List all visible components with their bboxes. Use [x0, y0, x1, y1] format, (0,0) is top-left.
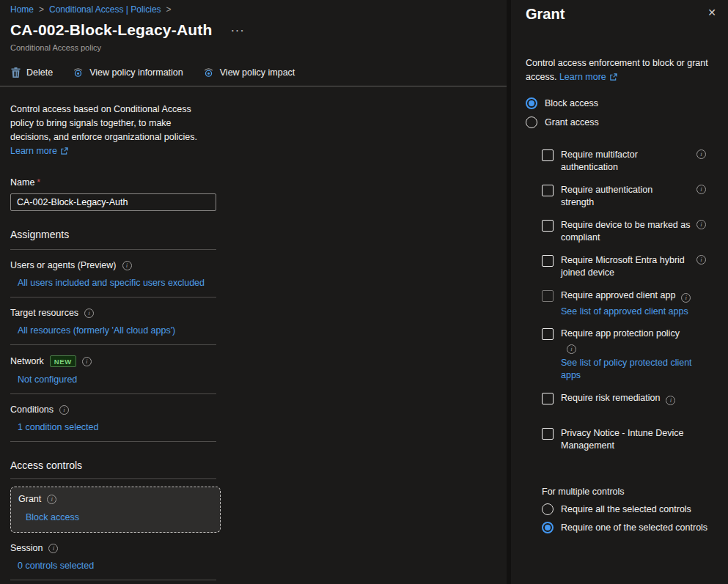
divider — [10, 441, 216, 442]
trash-icon — [10, 67, 21, 78]
control-row-privacy-notice: Privacy Notice - Intune Device Managemen… — [542, 427, 718, 453]
checkbox[interactable] — [542, 185, 554, 196]
target-resources-link[interactable]: All resources (formerly 'All cloud apps'… — [18, 325, 175, 336]
users-field-link[interactable]: All users included and specific users ex… — [18, 278, 205, 288]
checkbox[interactable] — [542, 328, 554, 340]
target-resources-label: Target resources — [10, 308, 78, 318]
info-icon[interactable]: i — [122, 261, 132, 270]
view-policy-impact-button[interactable]: View policy impact — [202, 67, 295, 78]
conditions-label: Conditions — [10, 404, 54, 415]
require-one-radio-row[interactable]: Require one of the selected controls — [542, 522, 718, 533]
checkbox-label[interactable]: Require Microsoft Entra hybrid joined de… — [561, 254, 693, 280]
radio-button[interactable] — [526, 97, 537, 109]
radio-button[interactable] — [526, 117, 537, 128]
checkbox[interactable] — [542, 393, 554, 404]
view-policy-information-button[interactable]: View policy information — [72, 67, 183, 78]
breadcrumb: Home > Conditional Access | Policies > — [10, 4, 496, 15]
radio-button[interactable] — [542, 522, 554, 533]
multiple-controls-group: For multiple controls Require all the se… — [526, 487, 718, 533]
users-field-label: Users or agents (Preview) — [10, 260, 117, 270]
session-label: Session — [10, 543, 43, 553]
info-icon[interactable]: i — [696, 220, 706, 229]
checkbox[interactable] — [542, 290, 554, 302]
eye-icon — [202, 67, 215, 78]
info-icon[interactable]: i — [666, 396, 675, 405]
control-row-hybrid-joined: Require Microsoft Entra hybrid joined de… — [542, 254, 718, 280]
pane-description: Control access enforcement to block or g… — [526, 56, 713, 84]
info-icon[interactable]: i — [82, 357, 92, 366]
require-all-radio-row[interactable]: Require all the selected controls — [542, 503, 718, 515]
eye-icon — [72, 67, 84, 78]
checkbox-label[interactable]: Require approved client appi — [561, 289, 691, 303]
name-input[interactable] — [10, 193, 216, 211]
external-link-icon — [609, 73, 617, 81]
grant-card-link[interactable]: Block access — [26, 512, 79, 522]
info-icon[interactable]: i — [696, 185, 706, 194]
info-icon[interactable]: i — [696, 255, 706, 265]
radio-button[interactable] — [542, 503, 554, 515]
grant-control-card[interactable]: Grant i Block access — [10, 487, 221, 533]
control-row-approved-client-app: Require approved client appi See list of… — [542, 289, 718, 319]
control-row-app-protection: Require app protection policyi See list … — [542, 328, 718, 382]
checkbox-label[interactable]: Require multifactor authentication — [561, 149, 680, 174]
info-icon[interactable]: i — [696, 149, 706, 159]
divider — [10, 297, 216, 297]
access-controls-section-header: Access controls — [10, 459, 496, 471]
info-icon[interactable]: i — [48, 544, 58, 553]
divider — [10, 478, 216, 479]
new-badge: NEW — [50, 355, 76, 367]
session-field: Session i 0 controls selected — [10, 543, 496, 580]
view-policy-impact-label: View policy impact — [220, 67, 295, 78]
grant-card-label: Grant — [18, 494, 41, 504]
approved-client-apps-link[interactable]: See list of approved client apps — [561, 306, 691, 319]
session-link[interactable]: 0 controls selected — [18, 561, 94, 571]
learn-more-link[interactable]: Learn more — [10, 146, 68, 156]
title-row: CA-002-Block-Legacy-Auth ··· — [10, 21, 496, 39]
checkbox-label[interactable]: Require device to be marked as compliant — [561, 219, 693, 245]
learn-more-label: Learn more — [10, 146, 57, 156]
checkbox-label[interactable]: Require authentication strength — [561, 184, 680, 210]
breadcrumb-home-link[interactable]: Home — [10, 4, 34, 15]
chevron-right-icon: > — [166, 4, 172, 15]
info-icon[interactable]: i — [84, 308, 94, 318]
radio-label[interactable]: Grant access — [545, 117, 599, 127]
policy-description: Control access based on Conditional Acce… — [10, 103, 213, 144]
required-asterisk: * — [37, 177, 40, 188]
radio-label[interactable]: Block access — [545, 98, 598, 108]
divider — [10, 249, 216, 250]
checkbox-label[interactable]: Require app protection policyi — [561, 328, 693, 354]
page-subtitle: Conditional Access policy — [10, 43, 496, 52]
target-resources-field: Target resources i All resources (former… — [10, 308, 496, 345]
radio-label[interactable]: Require one of the selected controls — [561, 522, 707, 533]
grant-access-radio-row[interactable]: Grant access — [526, 117, 718, 128]
info-icon[interactable]: i — [47, 495, 56, 504]
checkbox-label[interactable]: Privacy Notice - Intune Device Managemen… — [561, 427, 693, 453]
breadcrumb-policies-link[interactable]: Conditional Access | Policies — [49, 4, 161, 15]
checkbox-label[interactable]: Require risk remediationi — [561, 392, 675, 405]
info-icon[interactable]: i — [567, 344, 576, 354]
radio-label[interactable]: Require all the selected controls — [561, 504, 691, 514]
delete-button[interactable]: Delete — [10, 67, 53, 78]
chevron-right-icon: > — [39, 4, 44, 15]
control-row-risk-remediation: Require risk remediationi — [542, 392, 718, 405]
checkbox[interactable] — [542, 428, 554, 440]
info-icon[interactable]: i — [681, 293, 691, 303]
divider — [10, 580, 216, 580]
policy-editor-panel: Home > Conditional Access | Policies > C… — [0, 0, 507, 584]
toolbar-divider — [0, 86, 507, 86]
policy-protected-apps-link[interactable]: See list of policy protected client apps — [561, 357, 693, 382]
block-access-radio-row[interactable]: Block access — [526, 97, 718, 109]
assignments-section-header: Assignments — [10, 229, 496, 240]
network-link[interactable]: Not configured — [18, 374, 77, 385]
info-icon[interactable]: i — [59, 405, 69, 415]
overflow-menu-icon[interactable]: ··· — [232, 25, 246, 36]
checkbox[interactable] — [542, 255, 554, 267]
external-link-icon — [60, 147, 68, 155]
grant-mode-radio-group: Block access Grant access — [526, 97, 718, 128]
pane-learn-more-link[interactable]: Learn more — [559, 70, 617, 84]
checkbox[interactable] — [542, 149, 554, 161]
close-icon[interactable]: ✕ — [706, 4, 718, 21]
checkbox[interactable] — [542, 220, 554, 232]
conditions-link[interactable]: 1 condition selected — [18, 422, 99, 432]
divider — [10, 344, 216, 345]
